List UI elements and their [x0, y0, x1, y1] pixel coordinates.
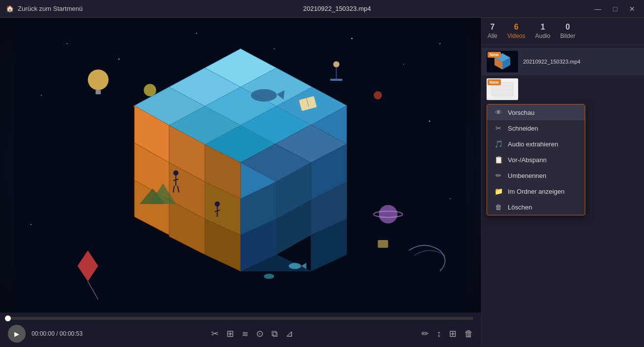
- loeschen-icon: 🗑: [494, 203, 503, 211]
- tab-videos[interactable]: 6 Videos: [507, 23, 525, 39]
- maximize-button[interactable]: □: [610, 4, 620, 14]
- progress-knob[interactable]: [5, 315, 11, 321]
- svg-point-44: [173, 170, 178, 175]
- new-badge: New: [488, 79, 501, 85]
- window-controls: — □ ✕: [592, 4, 638, 14]
- scissors-icon[interactable]: ✂: [211, 328, 219, 339]
- media-thumb: New: [487, 78, 518, 100]
- context-menu-loeschen[interactable]: 🗑 Löschen: [487, 199, 585, 215]
- tab-videos-label: Videos: [507, 33, 525, 39]
- context-menu-umbenennen[interactable]: ✏ Umbenennen: [487, 168, 585, 183]
- layers-icon[interactable]: ⧉: [271, 329, 278, 339]
- home-icon: 🏠: [6, 5, 14, 12]
- camera-icon[interactable]: ⊙: [256, 328, 264, 339]
- svg-rect-69: [378, 240, 388, 248]
- vorschau-label: Vorschau: [508, 109, 534, 116]
- vorschau-icon: 👁: [494, 108, 503, 116]
- back-label: Zurück zum Startmenü: [18, 5, 83, 12]
- media-thumb: New: [487, 51, 518, 72]
- svg-point-8: [41, 95, 42, 96]
- tab-alle[interactable]: 7 Alle: [488, 23, 497, 39]
- svg-point-4: [274, 48, 275, 49]
- video-placeholder: [0, 18, 481, 312]
- svg-point-7: [439, 43, 440, 44]
- video-art: [0, 18, 481, 312]
- film-icon[interactable]: ⊞: [227, 328, 234, 339]
- minimize-button[interactable]: —: [592, 4, 605, 14]
- context-menu-vorabspann[interactable]: 📋 Vor-/Abspann: [487, 152, 585, 168]
- tab-bilder-count: 0: [566, 23, 570, 32]
- tab-audio-count: 1: [540, 23, 545, 32]
- svg-point-2: [118, 58, 119, 60]
- video-area: ▶ 00:00:00 / 00:00:53 ✂ ⊞ ≋ ⊙ ⧉ ⊿ ✏ ↕ ⊞ …: [0, 18, 481, 347]
- controls-center: ✂ ⊞ ≋ ⊙ ⧉ ⊿: [211, 328, 293, 339]
- title-bar: 🏠 Zurück zum Startmenü 20210922_150323.m…: [0, 0, 644, 18]
- video-container[interactable]: [0, 18, 481, 312]
- media-info: 20210922_150323.mp4: [518, 59, 639, 65]
- new-badge: New: [488, 52, 501, 58]
- play-icon: ▶: [14, 330, 19, 338]
- tab-bilder-label: Bilder: [560, 33, 575, 39]
- svg-point-1: [67, 43, 68, 44]
- filter-tabs: 7 Alle 6 Videos 1 Audio 0 Bilder: [482, 18, 644, 45]
- time-display: 00:00:00 / 00:00:53: [32, 330, 82, 337]
- umbenennen-label: Umbenennen: [508, 172, 546, 179]
- play-button[interactable]: ▶: [8, 325, 26, 343]
- vorabspann-icon: 📋: [494, 156, 503, 164]
- main-layout: ▶ 00:00:00 / 00:00:53 ✂ ⊞ ≋ ⊙ ⧉ ⊿ ✏ ↕ ⊞ …: [0, 18, 644, 347]
- svg-point-52: [251, 89, 276, 102]
- wave-icon[interactable]: ≋: [242, 329, 248, 339]
- window-title: 20210922_150323.mp4: [303, 5, 371, 12]
- audio-label: Audio extrahieren: [508, 140, 558, 148]
- right-panel-body: New 20210922_150323.mp4: [482, 45, 644, 347]
- context-menu-ordner[interactable]: 📁 Im Ordner anzeigen: [487, 183, 585, 199]
- context-menu-vorschau[interactable]: 👁 Vorschau: [487, 104, 585, 120]
- svg-point-56: [88, 69, 109, 90]
- sort-icon[interactable]: ↕: [437, 329, 441, 339]
- delete-icon[interactable]: 🗑: [464, 329, 473, 339]
- svg-point-9: [429, 120, 430, 122]
- svg-point-6: [403, 64, 404, 65]
- tab-alle-label: Alle: [488, 33, 497, 39]
- svg-point-11: [450, 198, 451, 199]
- media-item[interactable]: New: [482, 75, 644, 103]
- right-panel: 7 Alle 6 Videos 1 Audio 0 Bilder: [481, 18, 644, 347]
- svg-point-72: [264, 274, 274, 278]
- svg-point-64: [333, 61, 340, 68]
- ordner-label: Im Ordner anzeigen: [508, 188, 565, 195]
- context-menu-schneiden[interactable]: ✂ Schneiden: [487, 120, 585, 136]
- back-button[interactable]: 🏠 Zurück zum Startmenü: [6, 5, 83, 12]
- close-button[interactable]: ✕: [626, 4, 638, 14]
- svg-point-3: [196, 33, 197, 34]
- svg-point-10: [31, 224, 32, 225]
- context-menu: 👁 Vorschau ✂ Schneiden 🎵 Audio extrahier…: [487, 104, 585, 215]
- tab-audio-label: Audio: [535, 33, 551, 39]
- svg-point-60: [379, 205, 398, 224]
- tab-bilder[interactable]: 0 Bilder: [560, 23, 575, 39]
- umbenennen-icon: ✏: [494, 172, 503, 179]
- tab-alle-count: 7: [491, 23, 495, 32]
- svg-point-68: [374, 91, 382, 100]
- ordner-icon: 📁: [494, 187, 503, 195]
- svg-point-70: [289, 263, 301, 269]
- tab-videos-count: 6: [514, 23, 519, 32]
- svg-point-5: [351, 37, 352, 39]
- edit-icon[interactable]: ✏: [421, 328, 429, 339]
- export-icon[interactable]: ⊞: [449, 328, 456, 339]
- context-menu-audio[interactable]: 🎵 Audio extrahieren: [487, 136, 585, 152]
- tab-audio[interactable]: 1 Audio: [535, 23, 551, 39]
- schneiden-icon: ✂: [494, 124, 503, 132]
- audio-icon: 🎵: [494, 140, 503, 148]
- svg-rect-66: [330, 79, 342, 81]
- progress-bar[interactable]: [8, 317, 473, 320]
- svg-point-67: [144, 84, 156, 96]
- schneiden-label: Schneiden: [508, 125, 538, 132]
- crop-icon[interactable]: ⊿: [286, 328, 293, 339]
- controls-left: ▶ 00:00:00 / 00:00:53: [8, 325, 82, 343]
- svg-point-49: [215, 201, 220, 206]
- video-controls: ▶ 00:00:00 / 00:00:53 ✂ ⊞ ≋ ⊙ ⧉ ⊿ ✏ ↕ ⊞ …: [0, 312, 481, 347]
- svg-rect-57: [96, 90, 101, 94]
- vorabspann-label: Vor-/Abspann: [508, 156, 547, 164]
- controls-row: ▶ 00:00:00 / 00:00:53 ✂ ⊞ ≋ ⊙ ⧉ ⊿ ✏ ↕ ⊞ …: [8, 325, 473, 343]
- media-item[interactable]: New 20210922_150323.mp4: [482, 48, 644, 75]
